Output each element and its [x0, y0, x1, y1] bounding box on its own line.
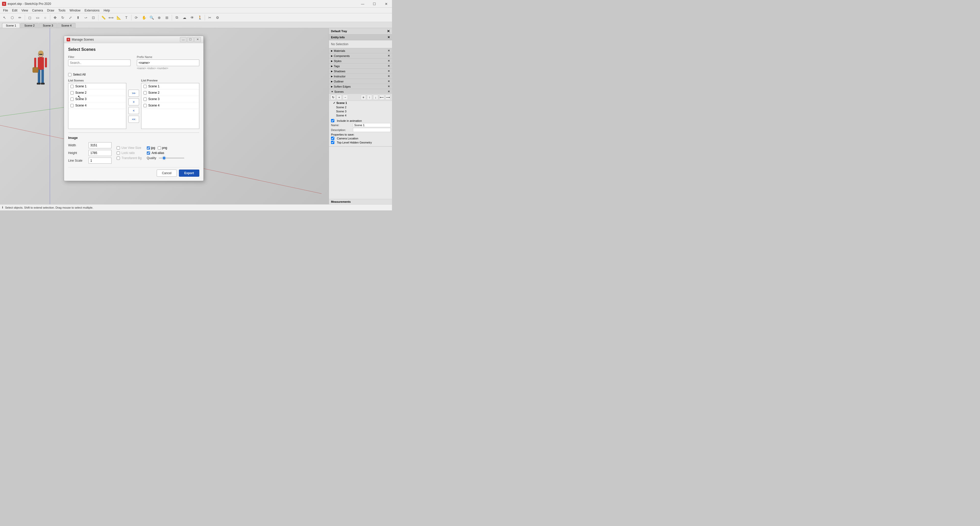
eraser-tool[interactable]: ◻	[26, 14, 33, 21]
preview-item-scene2[interactable]: Scene 2	[142, 89, 199, 96]
scene-tab-1[interactable]: Scene 1	[2, 23, 20, 28]
anti-alias-label[interactable]: Anti-alias	[151, 151, 164, 155]
list-item-scene2[interactable]: Scene 2	[68, 89, 126, 96]
component-tool[interactable]: ⧉	[173, 14, 180, 21]
move-left-button[interactable]: <	[128, 107, 139, 114]
zoomextents-tool[interactable]: ⊞	[163, 14, 170, 21]
scene-left-btn[interactable]: ⟵	[379, 95, 384, 100]
scene3-checkbox[interactable]	[70, 97, 74, 101]
top-level-hidden-checkbox[interactable]	[331, 141, 334, 144]
maximize-button[interactable]: ☐	[369, 0, 380, 8]
scene-desc-input[interactable]	[353, 128, 391, 132]
preview-item-scene1[interactable]: Scene 1	[142, 83, 199, 89]
dialog-maximize[interactable]: ☐	[187, 37, 194, 42]
pan-tool[interactable]: ✋	[140, 14, 148, 21]
scene2-checkbox[interactable]	[70, 91, 74, 94]
outliner-header[interactable]: ▶ Outliner ✕	[329, 79, 392, 84]
add-scene-btn[interactable]: +	[337, 95, 342, 100]
top-level-hidden-label[interactable]: Top-Level Hidden Geometry	[337, 141, 372, 144]
list-scenes-listbox[interactable]: Scene 1 Scene 2 Scene 3	[68, 83, 126, 129]
pushpull-tool[interactable]: ⬆	[75, 14, 82, 21]
menu-edit[interactable]: Edit	[10, 8, 19, 13]
menu-camera[interactable]: Camera	[30, 8, 45, 13]
scene-down-btn[interactable]: ↓	[373, 95, 378, 100]
menu-file[interactable]: File	[1, 8, 10, 13]
lookaround-tool[interactable]: 👁	[189, 14, 196, 21]
scenes-close-icon[interactable]: ✕	[388, 90, 390, 93]
png-checkbox[interactable]	[158, 146, 161, 150]
menu-draw[interactable]: Draw	[45, 8, 56, 13]
materials-close-icon[interactable]: ✕	[388, 49, 390, 53]
width-input[interactable]	[89, 142, 111, 148]
text-tool[interactable]: T	[123, 14, 130, 21]
scene-list-item-2[interactable]: Scene 2	[329, 105, 392, 109]
preview-item-scene3[interactable]: Scene 3	[142, 96, 199, 102]
camera-location-label[interactable]: Camera Location	[337, 137, 358, 140]
shadows-close-icon[interactable]: ✕	[388, 69, 390, 73]
followme-tool[interactable]: ⤻	[82, 14, 89, 21]
remove-scene-btn[interactable]: −	[343, 95, 348, 100]
tape-tool[interactable]: 📏	[100, 14, 107, 21]
components-close-icon[interactable]: ✕	[388, 54, 390, 57]
select-all-label[interactable]: Select All	[73, 73, 86, 77]
tray-close-icon[interactable]: ✕	[387, 29, 390, 33]
soften-edges-close-icon[interactable]: ✕	[388, 85, 390, 88]
preview-scene4-checkbox[interactable]	[143, 104, 147, 107]
zoomwindow-tool[interactable]: ⊕	[156, 14, 163, 21]
line-scale-input[interactable]	[89, 158, 111, 164]
dimension-tool[interactable]: ⟺	[107, 14, 115, 21]
scene-list-item-4[interactable]: Scene 4	[329, 113, 392, 118]
menu-window[interactable]: Window	[68, 8, 83, 13]
list-preview-listbox[interactable]: Scene 1 Scene 2 Scene 3	[141, 83, 199, 129]
list-item-scene3[interactable]: Scene 3	[68, 96, 126, 102]
instructor-close-icon[interactable]: ✕	[388, 75, 390, 78]
rectangle-tool[interactable]: ▭	[34, 14, 41, 21]
scene-tab-3[interactable]: Scene 3	[39, 23, 57, 28]
materials-header[interactable]: ▶ Materials ✕	[329, 48, 392, 53]
scene-list-item-1[interactable]: ✓Scene 1	[329, 101, 392, 105]
advanced-tool[interactable]: ⚙	[214, 14, 221, 21]
transparent-bg-label[interactable]: Transfarent Bg	[121, 156, 142, 160]
lock-ratio-checkbox[interactable]	[117, 151, 120, 155]
zoom-tool[interactable]: 🔍	[148, 14, 155, 21]
styles-close-icon[interactable]: ✕	[388, 59, 390, 62]
jpg-checkbox[interactable]	[147, 146, 150, 150]
include-animation-label[interactable]: Include in animation	[337, 119, 362, 122]
export-button[interactable]: Export	[179, 169, 199, 177]
scale-tool[interactable]: ⤢	[67, 14, 74, 21]
move-all-left-button[interactable]: <<	[128, 116, 139, 123]
use-view-size-label[interactable]: Use View Size	[121, 146, 141, 150]
lock-ratio-label[interactable]: Lock ratio	[121, 151, 135, 155]
preview-scene2-checkbox[interactable]	[143, 91, 147, 94]
scene-name-input[interactable]	[353, 123, 391, 127]
walkthrough-tool[interactable]: 🚶	[196, 14, 204, 21]
dialog-close[interactable]: ✕	[194, 37, 201, 42]
tags-close-icon[interactable]: ✕	[388, 64, 390, 68]
section-tool[interactable]: ✂	[206, 14, 213, 21]
preview-scene3-checkbox[interactable]	[143, 97, 147, 101]
scene-tab-4[interactable]: Scene 4	[57, 23, 75, 28]
jpg-label[interactable]: jpg	[151, 146, 155, 150]
preview-item-scene4[interactable]: Scene 4	[142, 102, 199, 109]
select-tool[interactable]: ↖	[1, 14, 8, 21]
quality-slider[interactable]	[159, 158, 184, 159]
orbit-tool[interactable]: ⟳	[133, 14, 140, 21]
scene-up-btn[interactable]: ↑	[367, 95, 372, 100]
scene4-checkbox[interactable]	[70, 104, 74, 107]
rotate-tool[interactable]: ↻	[59, 14, 66, 21]
use-view-size-checkbox[interactable]	[117, 146, 120, 150]
warehouse-tool[interactable]: ☁	[181, 14, 188, 21]
soften-edges-header[interactable]: ▶ Soften Edges ✕	[329, 84, 392, 89]
refresh-scene-btn[interactable]: ↻	[331, 95, 336, 100]
tags-header[interactable]: ▶ Tags ✕	[329, 64, 392, 69]
menu-extensions[interactable]: Extensions	[83, 8, 102, 13]
cancel-button[interactable]: Cancel	[157, 169, 177, 177]
shadows-header[interactable]: ▶ Shadows ✕	[329, 69, 392, 73]
include-animation-checkbox[interactable]	[331, 119, 334, 122]
menu-help[interactable]: Help	[102, 8, 112, 13]
close-button[interactable]: ✕	[380, 0, 392, 8]
scene1-checkbox[interactable]	[70, 85, 74, 88]
png-label[interactable]: png	[162, 146, 167, 150]
scene-right-btn[interactable]: ⟶	[385, 95, 390, 100]
height-input[interactable]	[89, 150, 111, 156]
